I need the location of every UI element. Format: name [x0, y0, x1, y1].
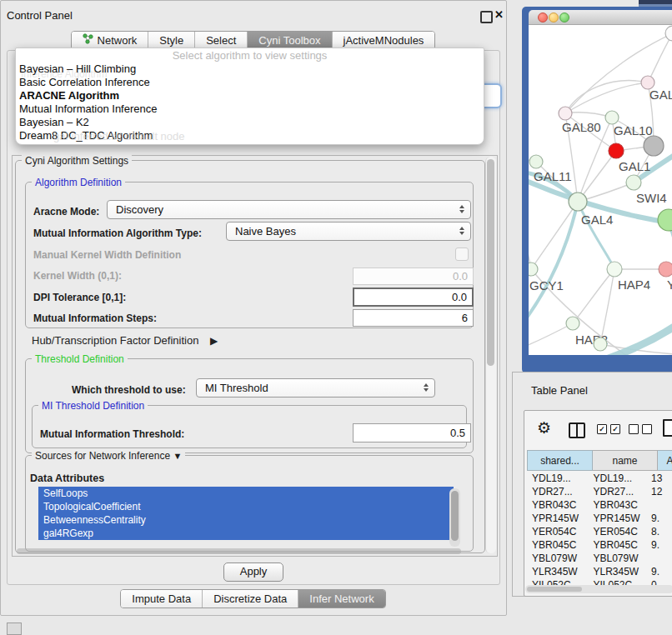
- panel-corner-grip[interactable]: [7, 622, 22, 635]
- column-header-a[interactable]: A: [658, 450, 672, 471]
- select-all-columns-icon[interactable]: ✓ ✓: [597, 424, 620, 434]
- network-edge: [529, 323, 573, 348]
- table-cell[interactable]: YBR043C: [527, 498, 588, 512]
- table-cell[interactable]: YBL079W: [588, 552, 649, 565]
- table-cell[interactable]: 13: [649, 472, 672, 485]
- close-panel-icon[interactable]: ✕: [494, 8, 504, 21]
- table-rows: YDL19...YDL19...13YDR27...YDR27...12YBR0…: [527, 472, 672, 586]
- node-bottom-partial[interactable]: [594, 338, 607, 351]
- close-window-icon[interactable]: [538, 12, 548, 22]
- dpi-tolerance-field[interactable]: 0.0: [353, 288, 474, 307]
- node-hap2[interactable]: [566, 317, 579, 330]
- tab-discretize-data[interactable]: Discretize Data: [203, 590, 298, 608]
- algorithm-option-mutual-information-inference[interactable]: Mutual Information Inference: [16, 102, 484, 116]
- tab-impute-data[interactable]: Impute Data: [121, 590, 203, 608]
- table-cell[interactable]: 9.: [649, 538, 672, 552]
- tab-label: Network: [98, 32, 138, 49]
- table-row[interactable]: YPR145WYPR145W9.: [527, 512, 672, 525]
- table-cell[interactable]: YBR043C: [588, 498, 649, 512]
- table-cell[interactable]: YLR345W: [527, 565, 588, 578]
- minimize-window-icon[interactable]: [549, 12, 559, 22]
- hub-transcription-factor-section[interactable]: Hub/Transcription Factor Definition ▶: [32, 334, 218, 347]
- table-cell[interactable]: YBR045C: [588, 538, 649, 552]
- node-gcy1[interactable]: [529, 262, 538, 276]
- node-gal10[interactable]: [605, 111, 619, 124]
- mi-steps-field[interactable]: 6: [353, 309, 474, 327]
- table-cell[interactable]: YDR27...: [588, 485, 649, 498]
- table-cell[interactable]: 9.: [649, 512, 672, 525]
- table-cell[interactable]: YER054C: [588, 525, 649, 538]
- kernel-width-field[interactable]: 0.0: [353, 268, 474, 285]
- settings-vscrollbar-thumb[interactable]: [487, 159, 494, 366]
- table-cell[interactable]: [649, 552, 672, 565]
- table-cell[interactable]: YPR145W: [588, 512, 649, 525]
- node-gal11[interactable]: [529, 155, 543, 168]
- table-cell[interactable]: YLR345W: [588, 565, 649, 578]
- table-cell[interactable]: 9.: [649, 565, 672, 578]
- table-cell[interactable]: YPR145W: [527, 512, 588, 525]
- export-table-icon[interactable]: [663, 419, 672, 437]
- tab-style[interactable]: Style: [148, 32, 195, 49]
- table-cell[interactable]: 8.: [649, 525, 672, 538]
- tab-select[interactable]: Select: [195, 32, 248, 49]
- attribute-item-topologicalcoefficient[interactable]: TopologicalCoefficient: [38, 500, 454, 513]
- node-unlabeled-gray[interactable]: [644, 136, 664, 156]
- table-row[interactable]: YBR045CYBR045C9.: [527, 538, 672, 552]
- expanded-arrow-icon[interactable]: ▼: [173, 451, 182, 461]
- attribute-item-betweennesscentrality[interactable]: BetweennessCentrality: [38, 513, 454, 527]
- node-swi4[interactable]: [626, 175, 641, 190]
- attribute-item-selfloops[interactable]: SelfLoops: [38, 487, 454, 500]
- node-label-y: Y: [667, 278, 672, 292]
- node-hap4[interactable]: [607, 262, 622, 277]
- table-row[interactable]: YBR043CYBR043C: [527, 498, 672, 512]
- table-cell[interactable]: YDL19...: [588, 472, 649, 485]
- collapsed-arrow-icon[interactable]: ▶: [210, 335, 218, 347]
- manual-kernel-width-checkbox[interactable]: [455, 248, 469, 261]
- data-attributes-list[interactable]: SelfLoopsTopologicalCoefficientBetweenne…: [38, 487, 464, 547]
- node-top-partial[interactable]: [665, 26, 672, 41]
- table-cell[interactable]: YBL079W: [527, 552, 588, 565]
- column-header-name[interactable]: name: [593, 450, 658, 471]
- deselect-all-columns-icon[interactable]: [629, 424, 652, 434]
- attributes-list-scrollbar-thumb[interactable]: [451, 491, 459, 541]
- control-panel-title: Control Panel: [7, 9, 73, 22]
- show-columns-icon[interactable]: [569, 422, 585, 438]
- mi-steps-label: Mutual Information Steps:: [33, 312, 157, 324]
- mi-threshold-field[interactable]: 0.5: [353, 423, 471, 442]
- sources-group-title[interactable]: Sources for Network Inference ▼: [32, 450, 185, 462]
- which-threshold-select[interactable]: MI Threshold: [196, 378, 435, 398]
- tab-infer-network[interactable]: Infer Network: [298, 590, 384, 608]
- table-cell[interactable]: YDR27...: [527, 485, 588, 498]
- table-row[interactable]: YDL19...YDL19...13: [527, 472, 672, 485]
- node-bright-green[interactable]: [658, 209, 672, 231]
- table-row[interactable]: YLR345WYLR345W9.: [527, 565, 672, 578]
- table-cell[interactable]: YER054C: [527, 525, 588, 538]
- zoom-window-icon[interactable]: [559, 12, 569, 22]
- table-settings-gear-icon[interactable]: ⚙: [537, 420, 551, 437]
- table-cell[interactable]: 12: [649, 485, 672, 498]
- algorithm-option-bayesian-k2[interactable]: Bayesian – K2: [16, 116, 484, 129]
- table-cell[interactable]: YDL19...: [527, 472, 588, 485]
- table-row[interactable]: YER054CYER054C8.: [527, 525, 672, 538]
- aracne-mode-label: Aracne Mode:: [33, 206, 99, 218]
- apply-button[interactable]: Apply: [223, 562, 283, 582]
- tab-jactivemnodules[interactable]: jActiveMNodules: [333, 32, 435, 49]
- aracne-mode-select[interactable]: Discovery: [107, 200, 471, 219]
- algorithm-option-aracne-algorithm[interactable]: ARACNE Algorithm: [16, 89, 484, 102]
- tab-cyni-toolbox[interactable]: Cyni Toolbox: [248, 32, 332, 49]
- network-canvas[interactable]: GAL7GAL80GAL10GAL1GAL11SWI4GAL4GCY1HAP4Y…: [529, 25, 672, 355]
- table-row[interactable]: YBL079WYBL079W: [527, 552, 672, 565]
- node-gal80[interactable]: [559, 107, 572, 120]
- tab-network[interactable]: Network: [72, 32, 149, 49]
- table-cell[interactable]: [649, 498, 672, 512]
- column-header-shared-[interactable]: shared...: [527, 450, 593, 471]
- node-gal1[interactable]: [609, 143, 624, 158]
- mi-algorithm-type-select[interactable]: Naive Bayes: [226, 222, 471, 241]
- table-cell[interactable]: YBR045C: [527, 538, 588, 552]
- attribute-item-gal4rgexp[interactable]: gal4RGexp: [38, 527, 454, 540]
- node-y-partial[interactable]: [659, 262, 672, 277]
- table-hscrollbar-thumb[interactable]: [527, 587, 582, 592]
- node-gal4[interactable]: [569, 192, 587, 211]
- table-row[interactable]: YDR27...YDR27...12: [527, 485, 672, 498]
- float-panel-icon[interactable]: [480, 11, 493, 23]
